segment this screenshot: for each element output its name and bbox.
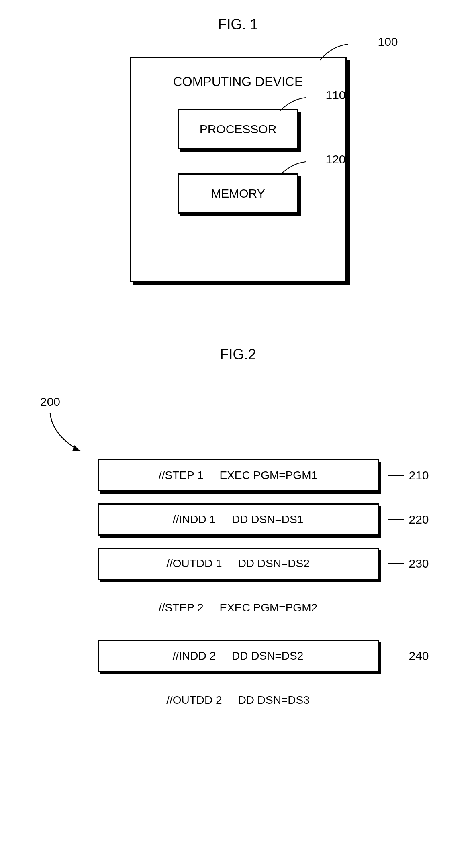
ref-110: 110 bbox=[326, 88, 346, 102]
row-indd2: //INDD 2 DD DSN=DS2 240 bbox=[98, 640, 379, 672]
row-right: DD DSN=DS3 bbox=[238, 694, 310, 707]
row-left: //INDD 2 bbox=[173, 650, 216, 662]
svg-marker-0 bbox=[72, 445, 80, 451]
fig2-container: 200 //STEP 1 EXEC PGM=PGM1 210 //INDD 1 … bbox=[0, 395, 476, 716]
memory-label: MEMORY bbox=[211, 187, 265, 200]
row-left: //STEP 1 bbox=[159, 469, 204, 482]
leader-dash bbox=[388, 519, 404, 520]
ref-200: 200 bbox=[40, 395, 60, 409]
row-right: EXEC PGM=PGM1 bbox=[220, 469, 318, 482]
leader-dash bbox=[388, 563, 404, 564]
row-right: DD DSN=DS1 bbox=[232, 513, 303, 526]
ref-220-wrap: 220 bbox=[388, 513, 429, 526]
row-left: //OUTDD 1 bbox=[166, 557, 222, 570]
row-right: EXEC PGM=PGM2 bbox=[220, 601, 318, 614]
row-outdd2: //OUTDD 2 DD DSN=DS3 bbox=[98, 684, 379, 716]
leader-120 bbox=[280, 160, 324, 176]
ref-230: 230 bbox=[409, 557, 429, 571]
fig1-container: COMPUTING DEVICE 100 PROCESSOR 110 MEMOR… bbox=[0, 57, 476, 282]
leader-100 bbox=[320, 42, 376, 62]
row-indd1: //INDD 1 DD DSN=DS1 220 bbox=[98, 503, 379, 536]
computing-device-box: COMPUTING DEVICE 100 PROCESSOR 110 MEMOR… bbox=[130, 57, 347, 282]
row-right: DD DSN=DS2 bbox=[232, 650, 303, 662]
ref-240: 240 bbox=[409, 649, 429, 663]
fig2-title: FIG.2 bbox=[0, 346, 476, 363]
ref-210-wrap: 210 bbox=[388, 469, 429, 482]
row-step2: //STEP 2 EXEC PGM=PGM2 bbox=[98, 592, 379, 624]
memory-box: MEMORY 120 bbox=[178, 173, 298, 214]
ref-230-wrap: 230 bbox=[388, 557, 429, 571]
leader-110 bbox=[280, 96, 324, 112]
fig2-group-ref-area: 200 bbox=[0, 395, 476, 443]
ref-120: 120 bbox=[326, 153, 346, 166]
leader-dash bbox=[388, 656, 404, 656]
row-right: DD DSN=DS2 bbox=[238, 557, 310, 570]
processor-label: PROCESSOR bbox=[200, 122, 277, 136]
row-step1: //STEP 1 EXEC PGM=PGM1 210 bbox=[98, 459, 379, 491]
computing-device-label: COMPUTING DEVICE bbox=[131, 74, 345, 89]
leader-dash bbox=[388, 475, 404, 476]
row-outdd1: //OUTDD 1 DD DSN=DS2 230 bbox=[98, 548, 379, 580]
fig1-title: FIG. 1 bbox=[0, 16, 476, 33]
arrow-200 bbox=[46, 411, 94, 459]
row-left: //STEP 2 bbox=[159, 601, 204, 614]
row-left: //INDD 1 bbox=[173, 513, 216, 526]
ref-220: 220 bbox=[409, 513, 429, 526]
processor-box: PROCESSOR 110 bbox=[178, 109, 298, 149]
ref-240-wrap: 240 bbox=[388, 649, 429, 663]
ref-100: 100 bbox=[378, 35, 398, 49]
ref-210: 210 bbox=[409, 469, 429, 482]
row-left: //OUTDD 2 bbox=[166, 694, 222, 707]
